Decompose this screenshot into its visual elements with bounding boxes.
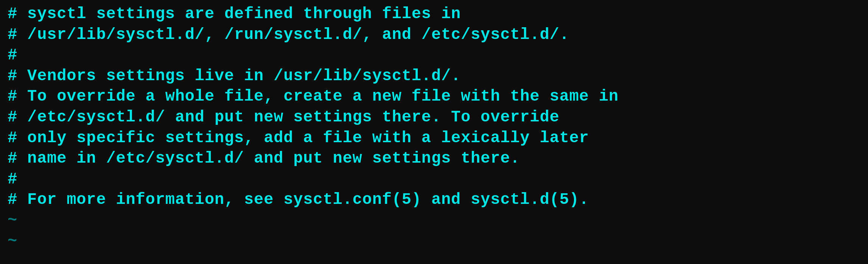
terminal-line-10: # For more information, see sysctl.conf(… — [8, 189, 860, 210]
terminal-window: # sysctl settings are defined through fi… — [0, 0, 868, 264]
terminal-line-3: # — [8, 45, 860, 66]
terminal-line-2: # /usr/lib/sysctl.d/, /run/sysctl.d/, an… — [8, 25, 860, 45]
terminal-line-8: # name in /etc/sysctl.d/ and put new set… — [8, 148, 860, 169]
terminal-line-11: ~ — [8, 210, 860, 231]
terminal-line-9: # — [8, 169, 860, 190]
terminal-line-6: # /etc/sysctl.d/ and put new settings th… — [8, 107, 860, 128]
terminal-line-13: ~ — [8, 231, 860, 252]
terminal-line-4: # Vendors settings live in /usr/lib/sysc… — [8, 66, 860, 87]
terminal-line-1: # sysctl settings are defined through fi… — [8, 4, 860, 25]
terminal-line-5: # To override a whole file, create a new… — [8, 86, 860, 107]
terminal-line-7: # only specific settings, add a file wit… — [8, 128, 860, 149]
